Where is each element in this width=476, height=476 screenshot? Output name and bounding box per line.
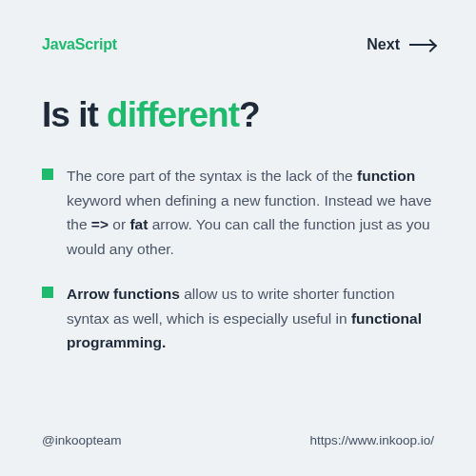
next-label: Next (367, 36, 400, 53)
text-bold: function (357, 168, 415, 184)
website-url: https://www.inkoop.io/ (309, 433, 434, 447)
text-bold: Arrow functions (67, 286, 180, 302)
list-item: Arrow functions allow us to write shorte… (42, 282, 434, 355)
page-title: Is it different? (42, 95, 434, 135)
title-part1: Is it (42, 95, 107, 134)
text-seg: or (109, 216, 129, 232)
text-bold: fat (129, 216, 148, 232)
title-highlight: different (107, 95, 239, 134)
points-list: The core part of the syntax is the lack … (42, 164, 434, 355)
text-bold: => (91, 216, 109, 232)
bullet-icon (42, 169, 53, 180)
header: JavaScript Next (42, 36, 434, 53)
social-handle: @inkoopteam (42, 433, 122, 447)
next-button[interactable]: Next (367, 36, 434, 53)
list-item: The core part of the syntax is the lack … (42, 164, 434, 261)
brand-label: JavaScript (42, 36, 117, 53)
footer: @inkoopteam https://www.inkoop.io/ (42, 433, 434, 447)
point-text: The core part of the syntax is the lack … (67, 164, 434, 261)
point-text: Arrow functions allow us to write shorte… (67, 282, 434, 355)
text-seg: The core part of the syntax is the lack … (67, 168, 357, 184)
title-part2: ? (239, 95, 260, 134)
arrow-right-icon (409, 44, 434, 46)
bullet-icon (42, 287, 53, 298)
